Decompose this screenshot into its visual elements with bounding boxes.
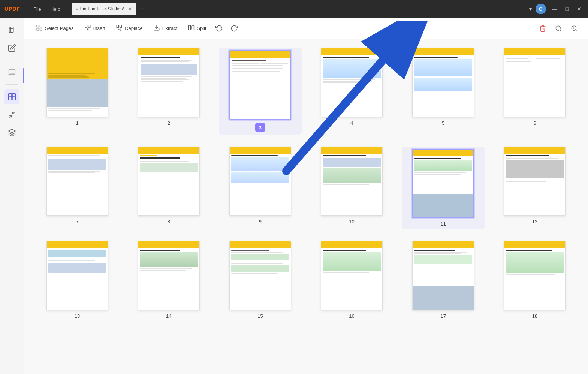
split-button[interactable]: Split xyxy=(183,22,211,34)
sidebar-icon-compress[interactable] xyxy=(4,107,19,122)
left-sidebar xyxy=(0,18,24,374)
page-thumb-1 xyxy=(46,48,108,117)
insert-icon xyxy=(84,24,91,32)
page-item-12[interactable]: 12 xyxy=(494,147,576,229)
page-number-18: 18 xyxy=(532,313,537,319)
page-item-13[interactable]: 13 xyxy=(36,241,118,319)
add-tab-button[interactable]: + xyxy=(138,5,147,13)
menu-help[interactable]: Help xyxy=(46,5,64,13)
rotate-right-button[interactable] xyxy=(227,22,241,34)
page-item-9[interactable]: 9 xyxy=(219,147,301,229)
svg-rect-16 xyxy=(117,25,118,28)
sidebar-icon-edit[interactable] xyxy=(4,40,19,55)
delete-button[interactable] xyxy=(536,22,549,35)
page-item-10[interactable]: 10 xyxy=(311,147,393,229)
toolbar-right xyxy=(536,22,581,35)
page-item-6[interactable]: 6 xyxy=(494,48,576,135)
sidebar-icon-layers[interactable] xyxy=(4,125,19,140)
page-item-14[interactable]: 14 xyxy=(127,241,210,319)
page-item-7[interactable]: 7 xyxy=(36,147,118,229)
rotate-left-button[interactable] xyxy=(212,22,226,34)
page-number-2: 2 xyxy=(168,120,170,126)
sidebar-icon-comment[interactable] xyxy=(4,65,19,80)
page-grid-container[interactable]: 1 xyxy=(24,39,588,374)
zoom-in-button[interactable] xyxy=(568,22,581,35)
split-label: Split xyxy=(197,25,206,31)
page-item-5[interactable]: 5 xyxy=(402,48,485,135)
sidebar-icon-pages[interactable] xyxy=(4,22,19,37)
insert-button[interactable]: Insert xyxy=(80,22,110,34)
page-number-6: 6 xyxy=(533,120,536,126)
page-number-12: 12 xyxy=(532,219,537,224)
page-number-10: 10 xyxy=(349,219,354,224)
menu-file[interactable]: File xyxy=(30,5,45,13)
page-thumb-15 xyxy=(229,241,291,310)
svg-rect-11 xyxy=(40,28,42,30)
page-number-17: 17 xyxy=(441,313,446,319)
page-item-2[interactable]: 2 xyxy=(127,48,210,135)
svg-rect-17 xyxy=(120,25,122,28)
extract-icon xyxy=(153,24,160,32)
select-pages-label: Select Pages xyxy=(45,25,74,31)
svg-rect-10 xyxy=(37,28,39,30)
extract-label: Extract xyxy=(162,25,177,31)
dropdown-button[interactable]: ▾ xyxy=(529,6,532,12)
page-number-1: 1 xyxy=(76,120,78,126)
page-item-11[interactable]: 11 xyxy=(402,147,485,229)
svg-rect-4 xyxy=(12,97,15,100)
page-thumb-16 xyxy=(321,241,383,310)
minimize-button[interactable]: — xyxy=(550,5,560,13)
page-thumb-18 xyxy=(504,241,566,310)
page-number-9: 9 xyxy=(259,219,262,224)
active-tab[interactable]: ▾ Find-and-...-r-Studies* ✕ xyxy=(72,3,136,15)
title-bar-right: ▾ C — □ ✕ xyxy=(529,4,584,14)
svg-rect-2 xyxy=(12,94,15,97)
svg-rect-21 xyxy=(192,25,194,30)
page-thumb-14 xyxy=(138,241,200,310)
insert-label: Insert xyxy=(93,25,106,31)
page-number-4: 4 xyxy=(350,120,353,126)
page-number-13: 13 xyxy=(75,313,80,319)
page-item-15[interactable]: 15 xyxy=(219,241,301,319)
page-item-3[interactable]: 3 xyxy=(219,48,301,135)
page-thumb-7 xyxy=(46,147,108,216)
menu-bar: File Help xyxy=(30,5,64,13)
select-pages-button[interactable]: Select Pages xyxy=(31,22,78,35)
page-thumb-17 xyxy=(412,241,474,310)
page-thumb-4 xyxy=(321,48,383,117)
select-pages-icon xyxy=(36,24,43,33)
page-item-17[interactable]: 17 xyxy=(402,241,485,319)
extract-button[interactable]: Extract xyxy=(149,22,182,34)
user-avatar[interactable]: C xyxy=(536,4,546,14)
page-item-18[interactable]: 18 xyxy=(494,241,576,319)
close-button[interactable]: ✕ xyxy=(575,5,584,13)
page-grid: 1 xyxy=(36,48,576,319)
page-item-4[interactable]: 4 xyxy=(311,48,393,135)
svg-line-26 xyxy=(560,30,561,31)
content-area: Select Pages Insert xyxy=(24,18,588,374)
svg-rect-13 xyxy=(88,25,90,28)
page-thumb-5 xyxy=(412,48,474,117)
replace-icon xyxy=(116,24,123,32)
replace-button[interactable]: Replace xyxy=(111,22,147,34)
maximize-button[interactable]: □ xyxy=(563,5,571,13)
page-number-15: 15 xyxy=(257,313,263,319)
sidebar-edge-indicator xyxy=(23,68,24,83)
page-number-11: 11 xyxy=(441,221,446,227)
svg-line-28 xyxy=(575,30,576,31)
page-thumb-11 xyxy=(412,149,474,218)
page-thumb-13 xyxy=(46,241,108,310)
replace-label: Replace xyxy=(125,25,143,31)
page-item-8[interactable]: 8 xyxy=(127,147,210,229)
page-item-1[interactable]: 1 xyxy=(36,48,118,135)
main-layout: Select Pages Insert xyxy=(0,18,588,374)
page-thumb-6 xyxy=(504,48,566,117)
tab-title: Find-and-...-r-Studies* xyxy=(80,6,124,12)
page-number-5: 5 xyxy=(442,120,444,126)
sidebar-divider-1 xyxy=(6,60,18,60)
page-item-16[interactable]: 16 xyxy=(311,241,393,319)
toolbar: Select Pages Insert xyxy=(24,18,588,39)
sidebar-icon-organize[interactable] xyxy=(4,89,19,104)
search-button[interactable] xyxy=(552,22,565,35)
tab-close-icon[interactable]: ✕ xyxy=(128,6,132,12)
